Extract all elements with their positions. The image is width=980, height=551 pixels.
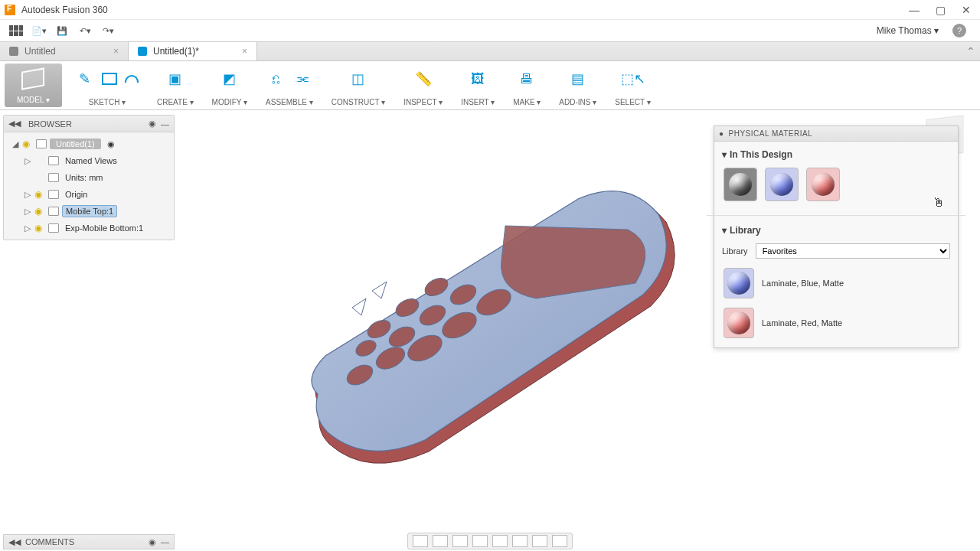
model-3d[interactable] bbox=[276, 176, 689, 467]
workspace-model-button[interactable]: MODEL ▾ bbox=[5, 64, 62, 107]
material-steel-swatch[interactable] bbox=[724, 168, 757, 201]
chevron-down-icon[interactable]: ◢ bbox=[11, 139, 19, 149]
folder-icon bbox=[48, 207, 59, 216]
ribbon-select[interactable]: ⬚↖ SELECT ▾ bbox=[606, 61, 660, 109]
display-button[interactable] bbox=[512, 535, 528, 547]
fit-button[interactable] bbox=[492, 535, 508, 547]
material-blue-swatch[interactable] bbox=[765, 168, 799, 201]
minimize-panel-icon[interactable]: — bbox=[161, 119, 169, 129]
pan-button[interactable] bbox=[452, 535, 468, 547]
quick-access-toolbar: 📄▾ 💾 ↶▾ ↷▾ Mike Thomas ▾ ? bbox=[0, 20, 980, 41]
material-swatch-icon bbox=[724, 268, 754, 298]
plane-icon: ◫ bbox=[349, 70, 368, 87]
section-in-design[interactable]: ▾In This Design bbox=[722, 146, 950, 163]
doc-tab-label: Untitled bbox=[24, 46, 56, 57]
doc-tab-1[interactable]: Untitled(1)* × bbox=[129, 42, 257, 60]
chevron-left-icon[interactable]: ◀◀ bbox=[8, 537, 21, 547]
ribbon-sketch[interactable]: ✎ SKETCH ▾ bbox=[67, 61, 148, 109]
material-swatch-icon bbox=[724, 308, 754, 338]
bulb-icon[interactable]: ◉ bbox=[34, 223, 45, 233]
library-label: Library bbox=[722, 246, 748, 256]
save-button[interactable]: 💾 bbox=[52, 22, 72, 39]
section-library[interactable]: ▾Library bbox=[722, 222, 950, 239]
minimize-button[interactable]: — bbox=[908, 4, 920, 16]
ribbon-construct[interactable]: ◫ CONSTRUCT ▾ bbox=[322, 61, 394, 109]
doc-icon bbox=[138, 47, 147, 56]
grid-button[interactable] bbox=[532, 535, 547, 547]
folder-icon bbox=[48, 156, 59, 165]
fillet-icon: ◩ bbox=[220, 70, 239, 87]
look-button[interactable] bbox=[433, 535, 448, 547]
viewports-button[interactable] bbox=[552, 535, 567, 547]
doc-tab-0[interactable]: Untitled × bbox=[0, 42, 129, 60]
browser-root-node[interactable]: ◢ ◉ Untitled(1) ◉ bbox=[5, 135, 172, 152]
assemble-icon: ⫘ bbox=[293, 70, 312, 87]
ribbon-toolbar: MODEL ▾ ✎ SKETCH ▾ ▣ CREATE ▾ ◩ MODIFY ▾… bbox=[0, 61, 980, 110]
bulb-icon[interactable]: ◉ bbox=[34, 189, 45, 200]
redo-button[interactable]: ↷▾ bbox=[98, 22, 118, 39]
title-bar: Autodesk Fusion 360 — ▢ ✕ bbox=[0, 0, 980, 20]
app-title: Autodesk Fusion 360 bbox=[21, 5, 908, 15]
physical-material-panel: ● PHYSICAL MATERIAL ▾In This Design ▾Lib… bbox=[714, 126, 959, 348]
expand-ribbon-icon[interactable]: ⌃ bbox=[966, 45, 975, 57]
browser-node[interactable]: ▷◉Mobile Top:1 bbox=[5, 203, 172, 220]
bulb-icon[interactable]: ◉ bbox=[22, 139, 33, 149]
doc-icon bbox=[9, 47, 18, 56]
library-select[interactable]: Favorites bbox=[756, 243, 950, 259]
material-red-swatch[interactable] bbox=[806, 168, 840, 201]
browser-node[interactable]: ▷◉Origin bbox=[5, 186, 172, 203]
browser-node[interactable]: Units: mm bbox=[5, 169, 172, 186]
browser-header[interactable]: ◀◀ BROWSER ◉ — bbox=[4, 116, 174, 132]
mouse-cursor-icon: 🖱 bbox=[933, 196, 945, 210]
node-label: Mobile Top:1 bbox=[62, 205, 117, 217]
gear-icon[interactable]: ◉ bbox=[149, 537, 156, 547]
orbit-button[interactable] bbox=[413, 535, 428, 547]
chevron-right-icon[interactable]: ▷ bbox=[24, 190, 31, 200]
zoom-button[interactable] bbox=[472, 535, 488, 547]
print-icon: 🖶 bbox=[518, 70, 536, 87]
chevron-right-icon[interactable]: ▷ bbox=[24, 223, 31, 233]
ribbon-inspect[interactable]: 📏 INSPECT ▾ bbox=[394, 61, 452, 109]
extrude-icon: ▣ bbox=[166, 70, 185, 87]
browser-node[interactable]: ▷◉Exp-Mobile Bottom:1 bbox=[5, 220, 172, 236]
browser-node[interactable]: ▷Named Views bbox=[5, 152, 172, 169]
ribbon-addins[interactable]: ▤ ADD-INS ▾ bbox=[550, 61, 606, 109]
ribbon-insert[interactable]: 🖼 INSERT ▾ bbox=[452, 61, 504, 109]
ribbon-make[interactable]: 🖶 MAKE ▾ bbox=[504, 61, 550, 109]
ribbon-assemble[interactable]: ⎌⫘ ASSEMBLE ▾ bbox=[256, 61, 322, 109]
collapse-icon[interactable]: ◀◀ bbox=[8, 119, 21, 129]
folder-icon bbox=[48, 223, 59, 233]
chevron-down-icon: ▾ bbox=[722, 225, 727, 236]
close-tab-icon[interactable]: × bbox=[242, 46, 247, 57]
ribbon-create[interactable]: ▣ CREATE ▾ bbox=[148, 61, 203, 109]
doc-tab-label: Untitled(1)* bbox=[153, 46, 199, 57]
comments-bar[interactable]: ◀◀ COMMENTS ◉ — bbox=[3, 534, 175, 549]
measure-icon: 📏 bbox=[414, 70, 433, 87]
node-label: Units: mm bbox=[62, 172, 106, 183]
browser-panel: ◀◀ BROWSER ◉ — ◢ ◉ Untitled(1) ◉ ▷Named … bbox=[3, 115, 175, 240]
undo-button[interactable]: ↶▾ bbox=[75, 22, 95, 39]
bulb-icon[interactable]: ◉ bbox=[34, 206, 45, 217]
app-grid-button[interactable] bbox=[6, 22, 26, 39]
node-label: Exp-Mobile Bottom:1 bbox=[62, 223, 146, 233]
expand-icon[interactable]: — bbox=[161, 537, 169, 546]
chevron-right-icon[interactable]: ▷ bbox=[24, 156, 31, 166]
material-item[interactable]: Laminate, Red, Matte bbox=[722, 303, 950, 343]
gear-icon[interactable]: ◉ bbox=[149, 119, 156, 129]
help-button[interactable]: ? bbox=[952, 24, 966, 37]
maximize-button[interactable]: ▢ bbox=[934, 4, 946, 16]
close-button[interactable]: ✕ bbox=[960, 4, 972, 16]
radio-icon[interactable]: ◉ bbox=[107, 139, 115, 149]
chevron-right-icon[interactable]: ▷ bbox=[24, 207, 31, 217]
component-icon bbox=[36, 139, 47, 148]
user-menu[interactable]: Mike Thomas ▾ bbox=[871, 25, 945, 36]
folder-icon bbox=[48, 173, 59, 182]
panel-header[interactable]: ● PHYSICAL MATERIAL bbox=[714, 126, 958, 142]
arc-icon bbox=[125, 75, 139, 83]
joint-icon: ⎌ bbox=[267, 70, 286, 87]
file-menu-button[interactable]: 📄▾ bbox=[29, 22, 49, 39]
close-tab-icon[interactable]: × bbox=[113, 46, 119, 57]
ribbon-modify[interactable]: ◩ MODIFY ▾ bbox=[203, 61, 257, 109]
rectangle-icon bbox=[102, 73, 117, 85]
material-item[interactable]: Laminate, Blue, Matte bbox=[722, 263, 950, 303]
